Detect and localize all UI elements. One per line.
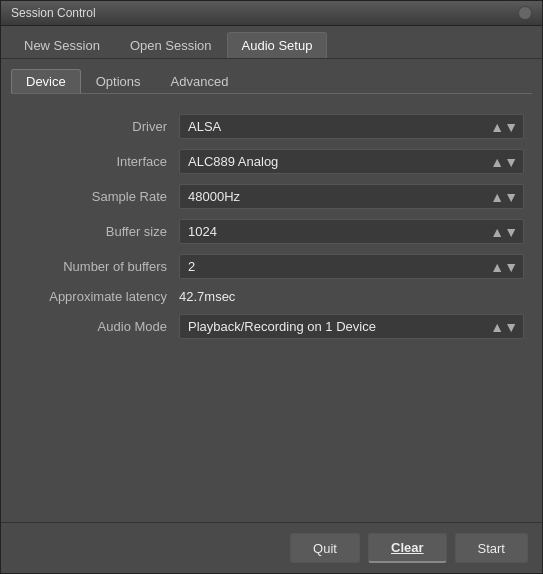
window-title: Session Control — [11, 6, 96, 20]
window: Session Control New Session Open Session… — [0, 0, 543, 574]
interface-row: Interface ALC889 Analog ▲▼ — [19, 149, 524, 174]
driver-row: Driver ALSA ▲▼ — [19, 114, 524, 139]
driver-select-wrapper: ALSA ▲▼ — [179, 114, 524, 139]
interface-select[interactable]: ALC889 Analog — [179, 149, 524, 174]
audio-mode-select-wrapper: Playback/Recording on 1 Device Playback … — [179, 314, 524, 339]
start-button[interactable]: Start — [455, 533, 528, 563]
audio-mode-row: Audio Mode Playback/Recording on 1 Devic… — [19, 314, 524, 339]
num-buffers-select-wrapper: 2 3 4 ▲▼ — [179, 254, 524, 279]
outer-tab-bar: New Session Open Session Audio Setup — [1, 26, 542, 59]
buffer-size-label: Buffer size — [19, 224, 179, 239]
tab-options[interactable]: Options — [81, 69, 156, 93]
num-buffers-label: Number of buffers — [19, 259, 179, 274]
interface-label: Interface — [19, 154, 179, 169]
buffer-size-select-wrapper: 1024 512 256 2048 ▲▼ — [179, 219, 524, 244]
tab-open-session[interactable]: Open Session — [115, 32, 227, 58]
sample-rate-select[interactable]: 48000Hz 44100Hz 96000Hz — [179, 184, 524, 209]
audio-mode-select[interactable]: Playback/Recording on 1 Device Playback … — [179, 314, 524, 339]
sample-rate-label: Sample Rate — [19, 189, 179, 204]
latency-value-wrapper: 42.7msec — [179, 289, 524, 304]
tab-device[interactable]: Device — [11, 69, 81, 93]
tab-audio-setup[interactable]: Audio Setup — [227, 32, 328, 58]
latency-row: Approximate latency 42.7msec — [19, 289, 524, 304]
driver-label: Driver — [19, 119, 179, 134]
device-form: Driver ALSA ▲▼ Interface ALC889 Analog ▲… — [11, 110, 532, 512]
sample-rate-select-wrapper: 48000Hz 44100Hz 96000Hz ▲▼ — [179, 184, 524, 209]
clear-button[interactable]: Clear — [368, 533, 447, 563]
title-bar: Session Control — [1, 1, 542, 26]
num-buffers-row: Number of buffers 2 3 4 ▲▼ — [19, 254, 524, 279]
buffer-size-row: Buffer size 1024 512 256 2048 ▲▼ — [19, 219, 524, 244]
buffer-size-select[interactable]: 1024 512 256 2048 — [179, 219, 524, 244]
content-area: Device Options Advanced Driver ALSA ▲▼ I… — [1, 59, 542, 522]
sample-rate-row: Sample Rate 48000Hz 44100Hz 96000Hz ▲▼ — [19, 184, 524, 209]
latency-value: 42.7msec — [179, 289, 235, 304]
close-button[interactable] — [518, 6, 532, 20]
num-buffers-select[interactable]: 2 3 4 — [179, 254, 524, 279]
tab-new-session[interactable]: New Session — [9, 32, 115, 58]
latency-label: Approximate latency — [19, 289, 179, 304]
driver-select[interactable]: ALSA — [179, 114, 524, 139]
audio-mode-label: Audio Mode — [19, 319, 179, 334]
quit-button[interactable]: Quit — [290, 533, 360, 563]
inner-tab-bar: Device Options Advanced — [11, 69, 532, 94]
tab-advanced[interactable]: Advanced — [156, 69, 244, 93]
buttons-bar: Quit Clear Start — [1, 522, 542, 573]
interface-select-wrapper: ALC889 Analog ▲▼ — [179, 149, 524, 174]
